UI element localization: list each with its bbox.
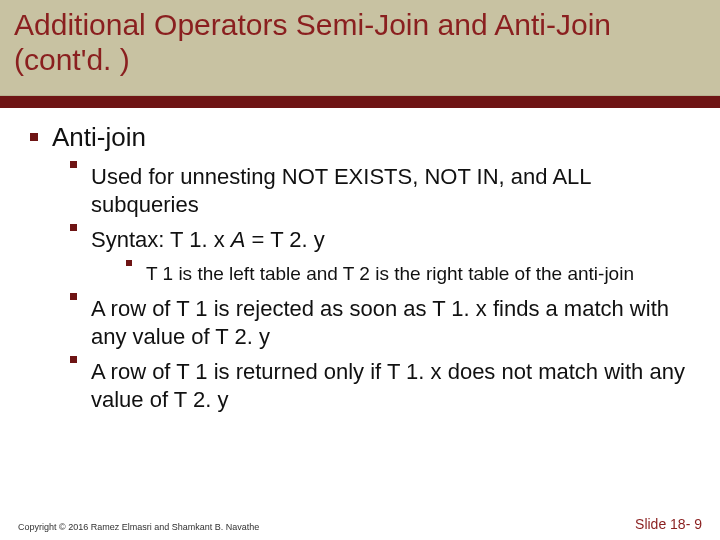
bullet-text: Used for unnesting NOT EXISTS, NOT IN, a… (91, 163, 690, 218)
syntax-suffix: = T 2. y (246, 227, 325, 252)
slide-title: Additional Operators Semi-Join and Anti-… (14, 8, 706, 77)
bullet-icon (70, 161, 77, 168)
slide-body: Anti-join Used for unnesting NOT EXISTS,… (0, 108, 720, 413)
bullet-icon (30, 133, 38, 141)
bullet-icon (70, 224, 77, 231)
slide: Additional Operators Semi-Join and Anti-… (0, 0, 720, 540)
footer: Copyright © 2016 Ramez Elmasri and Shamk… (0, 516, 720, 532)
bullet-level2: Used for unnesting NOT EXISTS, NOT IN, a… (70, 163, 690, 218)
bullet-text: T 1 is the left table and T 2 is the rig… (146, 262, 690, 286)
bullet-text: Anti-join (52, 122, 146, 153)
title-band: Additional Operators Semi-Join and Anti-… (0, 0, 720, 96)
bullet-text: A row of T 1 is rejected as soon as T 1.… (91, 295, 690, 350)
bullet-level1: Anti-join (30, 122, 690, 153)
accent-bar (0, 96, 720, 108)
syntax-italic: A (231, 227, 246, 252)
bullet-icon (70, 293, 77, 300)
bullet-text: A row of T 1 is returned only if T 1. x … (91, 358, 690, 413)
bullet-icon (70, 356, 77, 363)
bullet-icon (126, 260, 132, 266)
bullet-level2: Syntax: T 1. x A = T 2. y (70, 226, 690, 254)
bullet-level2: A row of T 1 is returned only if T 1. x … (70, 358, 690, 413)
bullet-level3: T 1 is the left table and T 2 is the rig… (126, 262, 690, 286)
syntax-prefix: Syntax: T 1. x (91, 227, 231, 252)
bullet-text: Syntax: T 1. x A = T 2. y (91, 226, 690, 254)
copyright-text: Copyright © 2016 Ramez Elmasri and Shamk… (18, 522, 259, 532)
slide-number: Slide 18- 9 (635, 516, 702, 532)
bullet-level2: A row of T 1 is rejected as soon as T 1.… (70, 295, 690, 350)
